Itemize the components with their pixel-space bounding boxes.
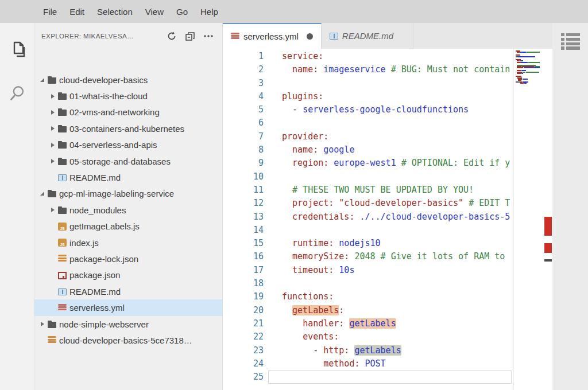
overview-ruler[interactable] [543, 49, 552, 390]
code-line[interactable]: 21 handler: getLabels [223, 317, 513, 330]
code-line[interactable]: 1service: [223, 50, 513, 63]
code-line[interactable]: 19functions: [223, 290, 513, 303]
db-orange-icon [48, 336, 56, 344]
code-line[interactable]: 12 project: "cloud-developer-basics" # E… [223, 197, 513, 210]
search-icon[interactable] [9, 84, 26, 103]
explorer-sidebar: EXPLORER: MIKAELVESA… [34, 23, 222, 390]
tree-item-label: index.js [69, 238, 99, 248]
chevron-collapsed-icon[interactable] [48, 208, 57, 212]
menu-item-edit[interactable]: Edit [63, 7, 91, 17]
tree-item-label: 05-storage-and-databases [69, 157, 171, 166]
npm-icon [58, 272, 67, 279]
code-line[interactable]: 6 [223, 116, 513, 130]
minimap[interactable] [513, 49, 543, 390]
tree-item-05-storage-and-databases[interactable]: 05-storage-and-databases [34, 153, 222, 169]
minimap-token [520, 52, 527, 53]
collapse-all-icon[interactable] [184, 30, 196, 42]
code-line[interactable]: 10 [223, 170, 513, 184]
tab-modified-dot[interactable] [307, 33, 313, 40]
tree-item-label: package-lock.json [69, 254, 138, 264]
chevron-expanded-icon[interactable] [38, 192, 47, 196]
tree-item-label: getImageLabels.js [69, 221, 140, 231]
tree-item-02-vms-and-networking[interactable]: 02-vms-and-networking [34, 104, 222, 120]
chevron-collapsed-icon[interactable] [38, 322, 47, 326]
line-number: 16 [223, 250, 264, 263]
chevron-collapsed-icon[interactable] [48, 143, 57, 147]
tree-item-node-simple-webserver[interactable]: node-simple-webserver [34, 316, 222, 332]
tree-item-node-modules[interactable]: node_modules [34, 202, 222, 218]
code-line[interactable]: 2 name: imageservice # BUG: Must not con… [223, 63, 513, 76]
folder-icon [58, 159, 67, 165]
code-line[interactable]: 23 - http: getLabels [223, 344, 513, 357]
more-actions-icon[interactable] [203, 30, 214, 42]
minimap-token [517, 67, 523, 68]
line-number: 9 [223, 157, 264, 170]
chevron-collapsed-icon[interactable] [48, 110, 57, 115]
menu-item-selection[interactable]: Selection [91, 7, 139, 17]
menu-bar: FileEditSelectionViewGoHelp [0, 0, 588, 23]
tab-label: serverless.yml [243, 32, 299, 41]
chevron-expanded-icon[interactable] [38, 78, 47, 82]
code-line[interactable]: 13 credentials: ./../cloud-developer-bas… [223, 210, 513, 224]
tree-item-04-serverless-and-apis[interactable]: 04-serverless-and-apis [34, 137, 222, 153]
code-line[interactable]: 9 region: europe-west1 # OPTIONAL: Edit … [223, 157, 513, 170]
tree-item-package-json[interactable]: package.json [34, 267, 222, 283]
tab-readme-md[interactable]: README.md [322, 23, 413, 49]
code-editor[interactable]: 1service:2 name: imageservice # BUG: Mus… [223, 49, 552, 390]
tree-item-cloud-developer-basics[interactable]: cloud-developer-basics [34, 72, 222, 88]
menu-item-help[interactable]: Help [194, 7, 225, 17]
explorer-files-icon[interactable] [9, 40, 26, 60]
code-line[interactable]: 24 method: POST [223, 357, 513, 370]
menu-item-view[interactable]: View [139, 7, 170, 17]
menu-item-go[interactable]: Go [170, 7, 194, 17]
line-number: 14 [223, 224, 264, 237]
code-token: google [323, 145, 354, 155]
tree-item-serverless-yml[interactable]: serverless.yml [34, 299, 222, 315]
tree-item-gcp-ml-image-labeling-service[interactable]: gcp-ml-image-labeling-service [34, 186, 222, 202]
tree-item-label: README.md [69, 173, 121, 182]
tree-item-label: 01-what-is-the-cloud [69, 91, 148, 101]
chevron-collapsed-icon[interactable] [48, 159, 57, 163]
tree-item-readme-md[interactable]: README.md [34, 283, 222, 299]
code-line[interactable]: 8 name: google [223, 143, 513, 157]
minimap-token [517, 62, 521, 63]
tree-item-01-what-is-the-cloud[interactable]: 01-what-is-the-cloud [34, 88, 222, 104]
chevron-collapsed-icon[interactable] [48, 94, 57, 99]
code-line[interactable]: 16 memorySize: 2048 # Give it lots of RA… [223, 250, 513, 263]
code-line[interactable]: 22 events: [223, 330, 513, 344]
tree-item-readme-md[interactable]: README.md [34, 169, 222, 185]
tree-item-03-containers-and-kubernetes[interactable]: 03-containers-and-kubernetes [34, 120, 222, 136]
code-line[interactable]: 20 getLabels: [223, 304, 513, 317]
chevron-collapsed-icon[interactable] [48, 126, 57, 131]
code-line[interactable]: 4plugins: [223, 90, 513, 103]
explorer-title: EXPLORER: MIKAELVESA… [41, 33, 134, 40]
code-line[interactable]: 17 timeout: 10s [223, 264, 513, 277]
code-token [376, 251, 381, 262]
code-area[interactable]: 1service:2 name: imageservice # BUG: Mus… [223, 50, 513, 384]
code-line[interactable]: 5 - serverless-google-cloudfunctions [223, 103, 513, 116]
overview-marker-cursor [544, 259, 552, 262]
minimap-line [516, 52, 540, 53]
tree-item-label: 04-serverless-and-apis [69, 140, 157, 150]
tab-serverless-yml[interactable]: serverless.yml [223, 23, 322, 49]
code-line[interactable]: 18 [223, 277, 513, 290]
tree-item-index-js[interactable]: JSindex.js [34, 235, 222, 251]
code-token: ./../cloud-developer-basics-5 [359, 212, 510, 222]
refresh-icon[interactable] [166, 30, 177, 42]
tree-item-package-lock-json[interactable]: package-lock.json [34, 251, 222, 267]
minimap-token [520, 83, 524, 84]
editor-group: serverless.ymlREADME.md 1service:2 name:… [222, 23, 552, 390]
tab-label: README.md [342, 31, 393, 41]
tree-item-cloud-developer-basics-5ce7318[interactable]: cloud-developer-basics-5ce7318… [34, 332, 222, 348]
code-token [318, 145, 323, 155]
minimap-token [523, 79, 528, 80]
code-line[interactable]: 7provider: [223, 130, 513, 143]
tree-item-getimagelabels-js[interactable]: JSgetImageLabels.js [34, 219, 222, 235]
menu-item-file[interactable]: File [37, 7, 63, 17]
code-line[interactable]: 14 [223, 224, 513, 237]
code-line[interactable]: 11 # THESE TWO MUST BE UPDATED BY YOU! [223, 184, 513, 197]
list-icon[interactable] [561, 33, 580, 51]
code-line[interactable]: 15 runtime: nodejs10 [223, 237, 513, 250]
code-token: name: [292, 145, 318, 155]
code-line[interactable]: 3 [223, 77, 513, 90]
